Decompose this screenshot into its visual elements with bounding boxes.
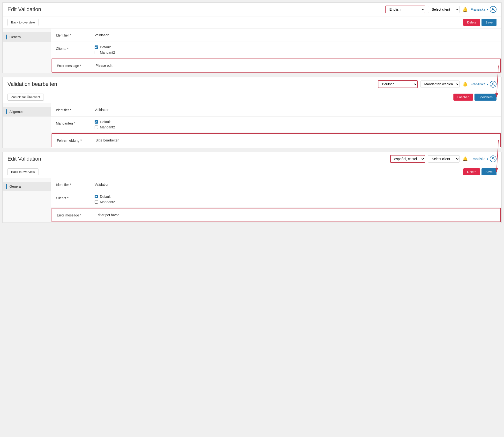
content-1: General Identifier * Clients *	[3, 29, 501, 73]
clients-label-1: Clients *	[56, 45, 95, 50]
svg-point-2	[492, 158, 494, 159]
main-content-2: Identifier * Mandanten * Default	[51, 103, 501, 148]
section-2: Validation bearbeiten Deutsch English es…	[2, 77, 502, 148]
checkbox-group-1: Default Mandant2	[95, 45, 496, 54]
checkbox-mandant2-1[interactable]: Mandant2	[95, 50, 496, 54]
page-title-3: Edit Validation	[8, 156, 41, 162]
error-message-row-1: Error message *	[51, 59, 501, 73]
identifier-row-3: Identifier *	[51, 178, 501, 191]
identifier-row-1: Identifier *	[51, 29, 501, 42]
clients-value-3: Default Mandant2	[95, 195, 496, 204]
header-controls-2: Deutsch English español, castellano Mand…	[378, 80, 496, 88]
identifier-input-2[interactable]	[95, 107, 496, 113]
sidebar-label-1: General	[10, 35, 21, 39]
user-area-2[interactable]: Franziska ▼	[471, 81, 496, 88]
header-1: Edit Validation English Deutsch español,…	[3, 3, 501, 16]
action-bar-2: Zurück zur Übersicht Löschen Speichern	[3, 91, 501, 103]
client-select-1[interactable]: Select client	[428, 6, 460, 13]
action-buttons-3: Delete Save	[463, 168, 496, 175]
checkbox-default-3[interactable]: Default	[95, 195, 496, 199]
action-bar-3: Back to overview Delete Save	[3, 166, 501, 178]
content-3: General Identifier * Clients *	[3, 178, 501, 222]
error-message-row-2: Fehlermeldung *	[51, 133, 501, 147]
user-name-2: Franziska	[471, 82, 485, 86]
sidebar-indicator-1	[6, 35, 7, 40]
checkbox-mandant2-input-2[interactable]	[95, 126, 98, 129]
section-3: Edit Validation español, castelli Englis…	[2, 152, 502, 223]
header-controls-3: español, castelli English Deutsch Select…	[390, 155, 496, 163]
sidebar-3: General	[3, 178, 51, 222]
language-select-3[interactable]: español, castelli English Deutsch	[390, 155, 425, 163]
clients-label-2: Mandanten *	[56, 120, 95, 125]
identifier-value-1	[95, 32, 496, 38]
identifier-row-2: Identifier *	[51, 103, 501, 117]
language-select-1[interactable]: English Deutsch español, castellano	[385, 6, 425, 13]
bell-icon-1[interactable]: 🔔	[462, 7, 468, 12]
chevron-down-icon-3: ▼	[486, 158, 489, 160]
clients-value-1: Default Mandant2	[95, 45, 496, 54]
page-title-2: Validation bearbeiten	[8, 81, 57, 87]
checkbox-group-3: Default Mandant2	[95, 195, 496, 204]
checkbox-mandant2-input-1[interactable]	[95, 51, 98, 54]
delete-button-1[interactable]: Delete	[463, 19, 480, 26]
main-content-3: Identifier * Clients * Default	[51, 178, 501, 222]
sidebar-indicator-2	[6, 109, 7, 114]
identifier-input-3[interactable]	[95, 181, 496, 188]
language-select-2[interactable]: Deutsch English español, castellano	[378, 80, 418, 88]
back-button-3[interactable]: Back to overview	[8, 168, 39, 175]
error-message-input-1[interactable]	[96, 62, 495, 69]
checkbox-default-2[interactable]: Default	[95, 120, 496, 124]
sidebar-item-general-2[interactable]: Allgemein	[3, 107, 51, 117]
content-2: Allgemein Identifier * Mandanten *	[3, 103, 501, 148]
error-message-row-3: Error message *	[51, 208, 501, 222]
header-3: Edit Validation español, castelli Englis…	[3, 152, 501, 166]
error-message-input-3[interactable]	[96, 212, 495, 218]
action-buttons-1: Delete Save	[463, 19, 496, 26]
user-avatar-2	[490, 81, 496, 88]
section-1: Edit Validation English Deutsch español,…	[2, 2, 502, 73]
identifier-input-1[interactable]	[95, 32, 496, 38]
error-message-value-3	[96, 212, 495, 218]
checkbox-mandant2-3[interactable]: Mandant2	[95, 200, 496, 204]
checkbox-default-input-3[interactable]	[95, 195, 98, 198]
bell-icon-3[interactable]: 🔔	[462, 156, 468, 161]
client-select-3[interactable]: Select client	[428, 155, 460, 162]
clients-row-3: Clients * Default Mandant2	[51, 191, 501, 208]
clients-row-2: Mandanten * Default Mandant2	[51, 117, 501, 133]
error-message-value-2	[96, 137, 495, 143]
save-button-3[interactable]: Save	[482, 168, 496, 175]
checkbox-default-input-2[interactable]	[95, 120, 98, 124]
user-area-3[interactable]: Franziska ▼	[471, 156, 496, 162]
sidebar-1: General	[3, 29, 51, 73]
checkbox-mandant2-2[interactable]: Mandant2	[95, 125, 496, 129]
bell-icon-2[interactable]: 🔔	[462, 81, 468, 87]
sidebar-indicator-3	[6, 184, 7, 189]
delete-button-3[interactable]: Delete	[463, 168, 480, 175]
client-select-2[interactable]: Mandanten wählen	[421, 80, 460, 88]
checkbox-default-1[interactable]: Default	[95, 45, 496, 49]
identifier-label-2: Identifier *	[56, 107, 95, 112]
identifier-label-3: Identifier *	[56, 181, 95, 187]
chevron-down-icon-2: ▼	[486, 83, 489, 86]
header-controls-1: English Deutsch español, castellano Sele…	[385, 6, 496, 13]
checkbox-mandant2-input-3[interactable]	[95, 200, 98, 204]
svg-point-0	[492, 8, 494, 10]
user-name-1: Franziska	[471, 8, 485, 11]
back-button-2[interactable]: Zurück zur Übersicht	[8, 94, 44, 101]
delete-button-2[interactable]: Löschen	[454, 94, 473, 101]
sidebar-item-general-3[interactable]: General	[3, 182, 51, 191]
clients-label-3: Clients *	[56, 195, 95, 200]
page-title-1: Edit Validation	[8, 6, 41, 13]
save-button-2[interactable]: Speichern	[474, 94, 496, 101]
clients-row-1: Clients * Default Mandant2	[51, 42, 501, 58]
identifier-value-2	[95, 107, 496, 113]
back-button-1[interactable]: Back to overview	[8, 19, 39, 26]
checkbox-default-input-1[interactable]	[95, 45, 98, 49]
sidebar-label-3: General	[10, 185, 21, 189]
save-button-1[interactable]: Save	[482, 19, 496, 26]
error-message-value-1	[96, 62, 495, 69]
sidebar-item-general-1[interactable]: General	[3, 32, 51, 42]
error-message-label-3: Error message *	[57, 212, 96, 217]
error-message-input-2[interactable]	[96, 137, 495, 143]
user-area-1[interactable]: Franziska ▼	[471, 6, 496, 13]
